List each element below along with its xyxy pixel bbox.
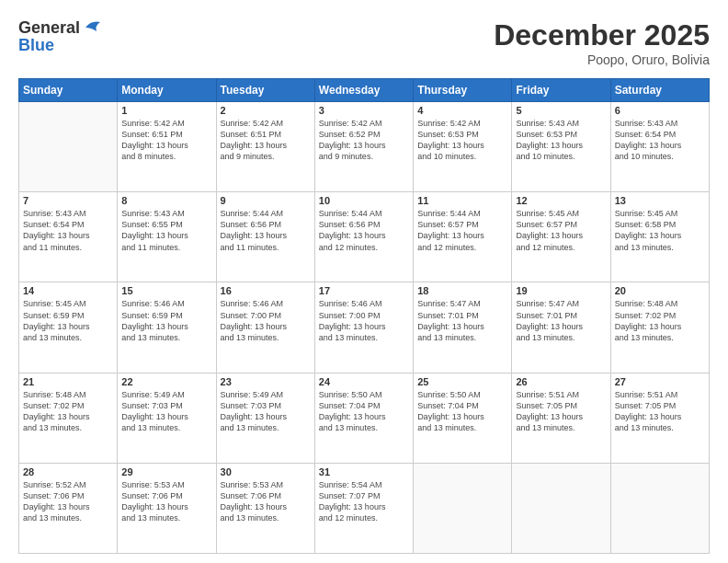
calendar-cell: 21Sunrise: 5:48 AM Sunset: 7:02 PM Dayli… <box>19 373 118 463</box>
day-info: Sunrise: 5:50 AM Sunset: 7:04 PM Dayligh… <box>319 389 409 434</box>
logo-bird-icon <box>82 18 102 37</box>
calendar-cell: 12Sunrise: 5:45 AM Sunset: 6:57 PM Dayli… <box>512 192 610 282</box>
calendar-header-row: SundayMondayTuesdayWednesdayThursdayFrid… <box>19 79 710 102</box>
calendar-cell: 28Sunrise: 5:52 AM Sunset: 7:06 PM Dayli… <box>19 463 118 553</box>
weekday-header-monday: Monday <box>118 79 216 102</box>
day-number: 23 <box>221 376 311 387</box>
calendar-cell: 30Sunrise: 5:53 AM Sunset: 7:06 PM Dayli… <box>216 463 314 553</box>
day-number: 10 <box>319 195 409 206</box>
day-number: 24 <box>319 376 409 387</box>
calendar-cell: 2Sunrise: 5:42 AM Sunset: 6:51 PM Daylig… <box>216 102 314 192</box>
day-number: 29 <box>121 466 211 477</box>
day-number: 14 <box>23 285 113 296</box>
weekday-header-saturday: Saturday <box>610 79 709 102</box>
day-info: Sunrise: 5:44 AM Sunset: 6:57 PM Dayligh… <box>417 208 507 253</box>
calendar-cell <box>512 463 610 553</box>
day-number: 9 <box>221 195 311 206</box>
calendar-cell: 15Sunrise: 5:46 AM Sunset: 6:59 PM Dayli… <box>118 282 216 373</box>
day-info: Sunrise: 5:44 AM Sunset: 6:56 PM Dayligh… <box>319 208 409 253</box>
weekday-header-tuesday: Tuesday <box>216 79 314 102</box>
day-info: Sunrise: 5:42 AM Sunset: 6:52 PM Dayligh… <box>319 118 409 163</box>
calendar-cell: 18Sunrise: 5:47 AM Sunset: 7:01 PM Dayli… <box>414 282 512 373</box>
day-info: Sunrise: 5:54 AM Sunset: 7:07 PM Dayligh… <box>319 479 409 524</box>
day-info: Sunrise: 5:49 AM Sunset: 7:03 PM Dayligh… <box>221 389 311 434</box>
day-number: 21 <box>23 376 113 387</box>
day-info: Sunrise: 5:43 AM Sunset: 6:55 PM Dayligh… <box>121 208 211 253</box>
day-number: 4 <box>417 105 507 116</box>
calendar-cell: 31Sunrise: 5:54 AM Sunset: 7:07 PM Dayli… <box>314 463 413 553</box>
day-number: 31 <box>319 466 409 477</box>
day-number: 3 <box>319 105 409 116</box>
calendar-week-row: 1Sunrise: 5:42 AM Sunset: 6:51 PM Daylig… <box>19 102 710 192</box>
day-info: Sunrise: 5:50 AM Sunset: 7:04 PM Dayligh… <box>417 389 507 434</box>
calendar-week-row: 21Sunrise: 5:48 AM Sunset: 7:02 PM Dayli… <box>19 373 710 463</box>
day-info: Sunrise: 5:46 AM Sunset: 7:00 PM Dayligh… <box>319 298 409 343</box>
day-info: Sunrise: 5:52 AM Sunset: 7:06 PM Dayligh… <box>23 479 113 524</box>
weekday-header-thursday: Thursday <box>414 79 512 102</box>
day-number: 22 <box>121 376 211 387</box>
weekday-header-wednesday: Wednesday <box>314 79 413 102</box>
calendar-week-row: 28Sunrise: 5:52 AM Sunset: 7:06 PM Dayli… <box>19 463 710 553</box>
day-number: 16 <box>221 285 311 296</box>
day-number: 17 <box>319 285 409 296</box>
calendar-cell: 25Sunrise: 5:50 AM Sunset: 7:04 PM Dayli… <box>414 373 512 463</box>
calendar-cell: 5Sunrise: 5:43 AM Sunset: 6:53 PM Daylig… <box>512 102 610 192</box>
day-info: Sunrise: 5:51 AM Sunset: 7:05 PM Dayligh… <box>615 389 705 434</box>
calendar-cell: 7Sunrise: 5:43 AM Sunset: 6:54 PM Daylig… <box>19 192 118 282</box>
day-number: 6 <box>615 105 705 116</box>
calendar-cell: 4Sunrise: 5:42 AM Sunset: 6:53 PM Daylig… <box>414 102 512 192</box>
day-number: 13 <box>615 195 705 206</box>
calendar-table: SundayMondayTuesdayWednesdayThursdayFrid… <box>18 78 710 554</box>
calendar-cell: 29Sunrise: 5:53 AM Sunset: 7:06 PM Dayli… <box>118 463 216 553</box>
calendar-cell: 6Sunrise: 5:43 AM Sunset: 6:54 PM Daylig… <box>610 102 709 192</box>
header: General Blue December 2025 Poopo, Oruro,… <box>18 18 710 67</box>
calendar-cell: 19Sunrise: 5:47 AM Sunset: 7:01 PM Dayli… <box>512 282 610 373</box>
weekday-header-friday: Friday <box>512 79 610 102</box>
calendar-cell <box>414 463 512 553</box>
day-info: Sunrise: 5:42 AM Sunset: 6:53 PM Dayligh… <box>417 118 507 163</box>
calendar-cell: 14Sunrise: 5:45 AM Sunset: 6:59 PM Dayli… <box>19 282 118 373</box>
day-info: Sunrise: 5:46 AM Sunset: 6:59 PM Dayligh… <box>121 298 211 343</box>
logo: General Blue <box>18 18 102 55</box>
day-info: Sunrise: 5:49 AM Sunset: 7:03 PM Dayligh… <box>121 389 211 434</box>
page: General Blue December 2025 Poopo, Oruro,… <box>0 0 728 563</box>
day-info: Sunrise: 5:42 AM Sunset: 6:51 PM Dayligh… <box>121 118 211 163</box>
day-info: Sunrise: 5:43 AM Sunset: 6:53 PM Dayligh… <box>516 118 606 163</box>
calendar-cell: 23Sunrise: 5:49 AM Sunset: 7:03 PM Dayli… <box>216 373 314 463</box>
day-number: 25 <box>417 376 507 387</box>
logo-blue: Blue <box>18 36 102 55</box>
day-number: 19 <box>516 285 606 296</box>
day-info: Sunrise: 5:42 AM Sunset: 6:51 PM Dayligh… <box>221 118 311 163</box>
calendar-cell: 13Sunrise: 5:45 AM Sunset: 6:58 PM Dayli… <box>610 192 709 282</box>
calendar-cell: 10Sunrise: 5:44 AM Sunset: 6:56 PM Dayli… <box>314 192 413 282</box>
day-info: Sunrise: 5:53 AM Sunset: 7:06 PM Dayligh… <box>121 479 211 524</box>
day-number: 27 <box>615 376 705 387</box>
month-title: December 2025 <box>494 18 710 52</box>
calendar-week-row: 7Sunrise: 5:43 AM Sunset: 6:54 PM Daylig… <box>19 192 710 282</box>
day-number: 1 <box>121 105 211 116</box>
logo-general: General <box>18 18 80 38</box>
day-number: 5 <box>516 105 606 116</box>
calendar-cell: 9Sunrise: 5:44 AM Sunset: 6:56 PM Daylig… <box>216 192 314 282</box>
day-info: Sunrise: 5:43 AM Sunset: 6:54 PM Dayligh… <box>23 208 113 253</box>
day-number: 8 <box>121 195 211 206</box>
day-number: 18 <box>417 285 507 296</box>
day-info: Sunrise: 5:45 AM Sunset: 6:59 PM Dayligh… <box>23 298 113 343</box>
day-info: Sunrise: 5:48 AM Sunset: 7:02 PM Dayligh… <box>615 298 705 343</box>
calendar-cell: 20Sunrise: 5:48 AM Sunset: 7:02 PM Dayli… <box>610 282 709 373</box>
calendar-cell: 1Sunrise: 5:42 AM Sunset: 6:51 PM Daylig… <box>118 102 216 192</box>
weekday-header-sunday: Sunday <box>19 79 118 102</box>
calendar-cell: 24Sunrise: 5:50 AM Sunset: 7:04 PM Dayli… <box>314 373 413 463</box>
day-info: Sunrise: 5:43 AM Sunset: 6:54 PM Dayligh… <box>615 118 705 163</box>
day-info: Sunrise: 5:51 AM Sunset: 7:05 PM Dayligh… <box>516 389 606 434</box>
calendar-cell: 11Sunrise: 5:44 AM Sunset: 6:57 PM Dayli… <box>414 192 512 282</box>
day-number: 26 <box>516 376 606 387</box>
day-info: Sunrise: 5:45 AM Sunset: 6:58 PM Dayligh… <box>615 208 705 253</box>
calendar-cell: 27Sunrise: 5:51 AM Sunset: 7:05 PM Dayli… <box>610 373 709 463</box>
calendar-cell: 26Sunrise: 5:51 AM Sunset: 7:05 PM Dayli… <box>512 373 610 463</box>
day-info: Sunrise: 5:48 AM Sunset: 7:02 PM Dayligh… <box>23 389 113 434</box>
calendar-cell <box>19 102 118 192</box>
location: Poopo, Oruro, Bolivia <box>494 52 710 67</box>
day-number: 28 <box>23 466 113 477</box>
calendar-cell <box>610 463 709 553</box>
